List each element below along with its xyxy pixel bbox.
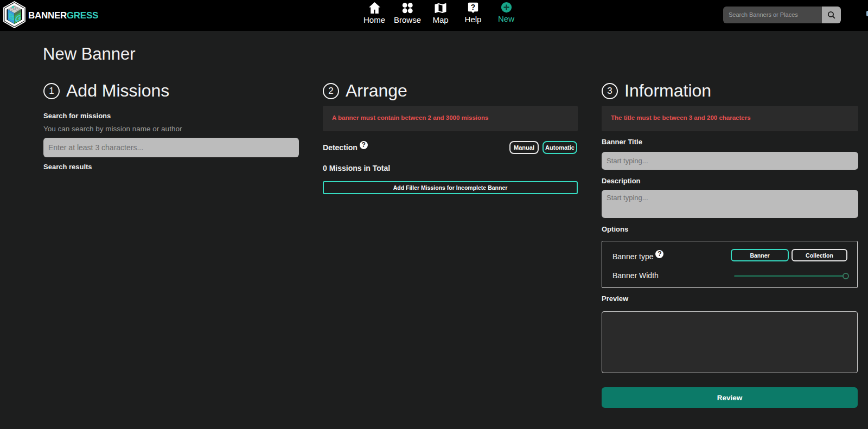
svg-text:?: ? [471, 3, 475, 11]
